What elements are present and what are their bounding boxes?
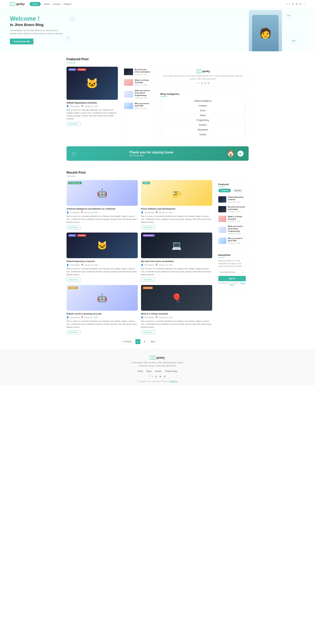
page-2-button[interactable]: 2 <box>142 339 147 344</box>
post-meta-1: 👤 Themefisher 📅 January 24, 2021 <box>66 211 138 214</box>
footer-ml-icon[interactable]: ✉ <box>164 375 166 378</box>
sf-image-1 <box>218 196 226 202</box>
sidebar-ig-icon[interactable]: ◎ <box>201 82 203 84</box>
footer-ig-icon[interactable]: ◎ <box>155 375 157 378</box>
nav-socials: f t ◎ ⊛ ✉ ⌕ <box>287 3 305 6</box>
cat-programming[interactable]: › Programming 1 <box>160 118 246 123</box>
banner-arrow-button[interactable]: ▶ <box>238 150 244 156</box>
nav-contact[interactable]: Contact <box>53 3 60 5</box>
next-page-button[interactable]: Next → <box>149 339 160 344</box>
nav-links: Home About Contact Pages ▾ <box>30 2 72 6</box>
featured-main-title: Github Repository Controls <box>66 102 118 104</box>
post-author-4: Themefisher <box>144 264 154 266</box>
prev-page-button[interactable]: ← Previous <box>119 339 134 344</box>
cat-assistant[interactable]: › Assistant 1 <box>160 104 246 108</box>
page-1-button[interactable]: 1 <box>136 339 140 344</box>
sf-item-3: What is a Virtual Assistant January 24, … <box>218 214 246 224</box>
author-icon-3: 👤 <box>66 264 69 266</box>
footer-privacy-link[interactable]: Privacy Policy <box>165 370 178 372</box>
hero-title: Welcome ! <box>10 15 64 22</box>
sf-item-1: Github Repository Controls January 24, 2… <box>218 195 246 204</box>
navbar: {:} geeky Home About Contact Pages ▾ f t… <box>0 0 315 8</box>
recent-tab[interactable]: Recent <box>232 189 243 192</box>
list-item-title-1: My work from home workstation <box>135 68 152 73</box>
facebook-icon[interactable]: f <box>287 3 288 5</box>
post-read-more-button-2[interactable]: Read More <box>141 225 155 229</box>
post-read-more-button-4[interactable]: Read More <box>141 278 155 282</box>
sidebar-fb-icon[interactable]: f <box>197 82 197 84</box>
sidebar-featured-box: Featured Featured Recent Github Reposito… <box>216 180 248 248</box>
featured-layout: Github Youtube 🐱 Github Repository Contr… <box>66 67 248 142</box>
list-item-info-4: Why you need to learn PHP January 24, 20… <box>135 102 152 110</box>
post-date-5: January 24, 2021 <box>84 316 98 318</box>
hero-desc: Are Developer and recently started your … <box>10 29 64 35</box>
search-icon[interactable]: ⌕ <box>304 3 305 6</box>
post-desc-5: Nam ut rutrum ex, venenatis solicitudin … <box>66 320 138 328</box>
nav-home[interactable]: Home <box>30 2 41 6</box>
featured-author: Themefisher <box>70 105 80 107</box>
github-icon[interactable]: ⊛ <box>296 3 298 5</box>
footer-socials: f t ◎ ⊛ ✉ <box>10 375 305 378</box>
footer-fb-icon[interactable]: f <box>149 375 150 378</box>
cat-count: 1 <box>245 100 246 102</box>
post-desc-4: Nam ut rutrum ex, venenatis solicitudin … <box>141 267 212 276</box>
footer-logo-icon: {:} <box>150 356 156 360</box>
sf-date-1: January 24, 2021 <box>228 201 246 203</box>
sidebar-gh-icon[interactable]: ⊛ <box>204 82 206 84</box>
sidebar-ml-icon[interactable]: ✉ <box>208 82 210 84</box>
cat-youtube[interactable]: › Youtube 1 <box>160 132 246 137</box>
cat-drone[interactable]: › Drone 1 <box>160 108 246 113</box>
cat-arrow: › <box>160 129 161 131</box>
footer-links: Home About Contact Privacy Policy <box>10 370 305 372</box>
know-about-me-button[interactable]: Know About Me <box>10 38 34 44</box>
post-read-more-button-6[interactable]: Read More <box>141 330 155 334</box>
cat-arrow: › <box>160 114 161 116</box>
cat-arrow: › <box>160 110 161 112</box>
newsletter-email-input[interactable] <box>218 270 246 274</box>
cat-label: Youtube <box>199 134 206 136</box>
list-item: What you need to know about Programming … <box>124 88 152 101</box>
hero-section: Welcome ! to Jhon Bravo Blog Are Develop… <box>0 8 315 51</box>
list-item-title-2: What is a Virtual Assistant <box>135 79 152 84</box>
sign-in-button[interactable]: Sign In <box>218 276 246 281</box>
github-emoji-2: 🐱 <box>97 241 107 250</box>
cat-arrow: › <box>160 124 161 126</box>
list-item-info-2: What is a Virtual Assistant January 24, … <box>135 79 152 86</box>
cat-count: 1 <box>245 105 246 107</box>
banner-right: 🏠 ▶ <box>226 150 244 158</box>
nav-about[interactable]: About <box>44 3 50 5</box>
featured-read-more-button[interactable]: Read More <box>66 122 80 126</box>
mail-icon[interactable]: ✉ <box>300 3 302 5</box>
footer-gh-icon[interactable]: ⊛ <box>160 375 162 378</box>
instagram-icon[interactable]: ◎ <box>292 3 294 5</box>
post-read-more-button-1[interactable]: Read More <box>66 225 80 229</box>
statichunt-link[interactable]: Statichunt <box>170 380 178 382</box>
cat-label: Workstation <box>198 128 208 131</box>
author-icon-2: 👤 <box>141 211 143 214</box>
post-desc-3: Nam ut rutrum ex, venenatis solicitudin … <box>66 267 138 276</box>
list-item-image-4 <box>124 102 133 109</box>
footer-tw-icon[interactable]: t <box>152 375 153 378</box>
cat-artificial-intelligence[interactable]: › Artificial Intelligence 1 <box>160 99 246 104</box>
cat-robotics[interactable]: › Robotics 1 <box>160 123 246 128</box>
nav-logo[interactable]: {:} geeky <box>10 2 25 6</box>
email-icon: ✉ <box>242 271 244 273</box>
author-icon: 👤 <box>66 105 69 107</box>
footer-home-link[interactable]: Home <box>138 370 143 372</box>
footer-about-link[interactable]: About <box>146 370 152 372</box>
tag-github: Github <box>68 68 76 71</box>
post-read-more-button-3[interactable]: Read More <box>66 278 80 282</box>
list-item-info-1: My work from home workstation January 24… <box>135 68 152 76</box>
sf-info-3: What is a Virtual Assistant January 24, … <box>228 215 246 222</box>
cat-workstation[interactable]: › Workstation 1 <box>160 128 246 132</box>
cal-icon: 📅 <box>81 105 83 107</box>
cat-arrow: › <box>160 105 161 107</box>
nav-pages[interactable]: Pages ▾ <box>64 3 72 5</box>
sidebar-tw-icon[interactable]: t <box>199 82 200 84</box>
cat-github[interactable]: › Github 1 <box>160 113 246 118</box>
footer-contact-link[interactable]: Contact <box>155 370 162 372</box>
featured-tab[interactable]: Featured <box>218 189 231 192</box>
twitter-icon[interactable]: t <box>289 3 290 5</box>
cat-label: Robotics <box>199 124 207 126</box>
post-read-more-button-5[interactable]: Read More <box>66 330 80 334</box>
